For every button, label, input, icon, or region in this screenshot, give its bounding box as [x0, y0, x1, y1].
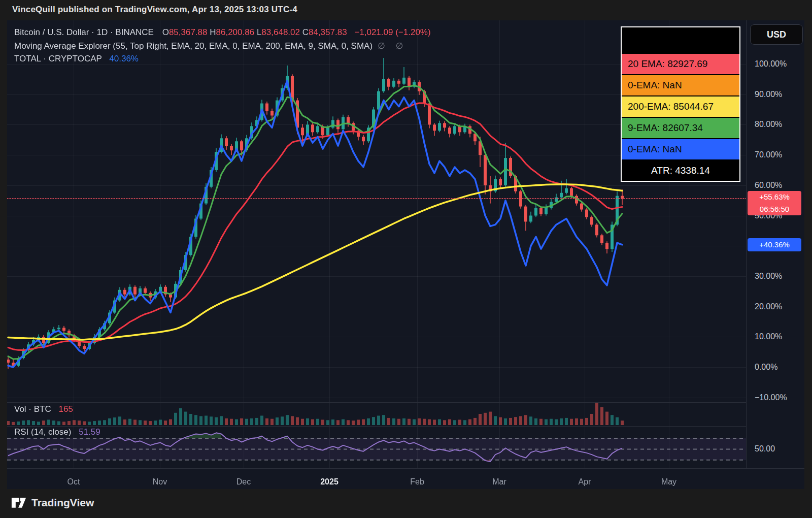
compare-legend-row[interactable]: TOTAL · CRYPTOCAP 40.36%	[14, 54, 139, 64]
publish-header: VinceQuill published on TradingView.com,…	[0, 0, 812, 20]
legend-row: ATR: 4338.14	[622, 160, 739, 181]
last-price-badge: +55.63% 06:56:50	[748, 191, 801, 215]
legend-row: 20 EMA: 82927.69	[622, 54, 739, 74]
bar-countdown: 06:56:50	[748, 203, 801, 215]
time-axis-label: Feb	[397, 477, 437, 487]
price-axis-label: 20.00%	[755, 302, 805, 311]
ohlc-letter: O	[162, 27, 169, 37]
legend-row: 0-EMA: NaN	[622, 139, 739, 159]
time-axis-divider	[7, 468, 804, 469]
ma-explorer-legend-box: 20 EMA: 82927.690-EMA: NaN200-EMA: 85044…	[621, 26, 740, 182]
ohlc-value: 85,367.88	[169, 27, 210, 37]
publish-header-text: VinceQuill published on TradingView.com,…	[12, 5, 297, 15]
tradingview-brand-link[interactable]: TradingView	[11, 496, 94, 509]
rsi-axis-label: 50.00	[755, 444, 805, 454]
price-axis-divider	[746, 20, 747, 468]
chart-container[interactable]: Bitcoin / U.S. Dollar · 1D · BINANCE O85…	[7, 20, 804, 489]
time-axis-label: Dec	[223, 477, 264, 487]
time-axis-label: 2025	[309, 477, 350, 487]
legend-row: 0-EMA: NaN	[622, 75, 739, 95]
ohlc-value: 83,648.02	[261, 27, 302, 37]
rsi-value: 51.59	[79, 427, 100, 437]
price-axis-label: 10.00%	[755, 332, 805, 341]
ohlc-values: O85,367.88 H86,200.86 L83,648.02 C84,357…	[162, 27, 350, 37]
time-axis-label: Nov	[140, 477, 180, 487]
rsi-legend-row[interactable]: RSI (14, close) 51.59	[14, 427, 100, 437]
price-axis-label: 60.00%	[755, 181, 805, 190]
symbol-title: Bitcoin / U.S. Dollar · 1D · BINANCE	[14, 27, 154, 37]
time-axis-label: Oct	[53, 477, 94, 487]
ohlc-value: 86,200.86	[216, 27, 257, 37]
price-axis-label: 80.00%	[755, 120, 805, 129]
compare-price-badge: +40.36%	[748, 238, 801, 251]
indicator-title: Moving Average Explorer (55, Top Right, …	[14, 41, 373, 51]
price-axis-label: 30.00%	[755, 272, 805, 281]
ohlc-value: 84,357.83	[309, 27, 349, 37]
indicator-hidden-icons[interactable]: ∅ ∅	[378, 41, 407, 51]
tradingview-logo-icon	[11, 496, 26, 509]
price-axis-label: −10.00%	[755, 393, 805, 402]
legend-box-header	[622, 27, 739, 53]
tradingview-published-chart: VinceQuill published on TradingView.com,…	[0, 0, 812, 518]
time-axis-label: Apr	[564, 477, 605, 487]
price-axis-label: 90.00%	[755, 90, 805, 99]
symbol-legend-row[interactable]: Bitcoin / U.S. Dollar · 1D · BINANCE O85…	[14, 27, 431, 38]
brand-name: TradingView	[31, 497, 94, 509]
last-price-change: +55.63%	[748, 191, 801, 203]
legend-row: 9-EMA: 82607.34	[622, 118, 739, 138]
currency-toggle-button[interactable]: USD	[750, 24, 803, 45]
change-value: −1,021.09 (−1.20%)	[354, 27, 430, 37]
price-axis-label: 70.00%	[755, 150, 805, 159]
ohlc-letter: C	[302, 27, 309, 37]
indicator-legend-row[interactable]: Moving Average Explorer (55, Top Right, …	[14, 41, 407, 51]
volume-value: 165	[58, 404, 73, 414]
rsi-title: RSI (14, close)	[14, 427, 71, 437]
ohlc-letter: L	[257, 27, 261, 37]
compare-title: TOTAL · CRYPTOCAP	[14, 54, 102, 63]
compare-value: 40.36%	[109, 54, 139, 63]
time-axis-label: May	[649, 477, 689, 487]
footer-bar: TradingView	[0, 489, 812, 518]
legend-row: 200-EMA: 85044.67	[622, 96, 739, 117]
price-axis-label: 100.00%	[755, 59, 805, 69]
ohlc-letter: H	[210, 27, 216, 37]
price-axis-label: 0.00%	[755, 363, 805, 372]
volume-title: Vol · BTC	[14, 404, 51, 414]
time-axis-label: Mar	[479, 477, 520, 487]
volume-legend-row[interactable]: Vol · BTC 165	[14, 404, 73, 414]
